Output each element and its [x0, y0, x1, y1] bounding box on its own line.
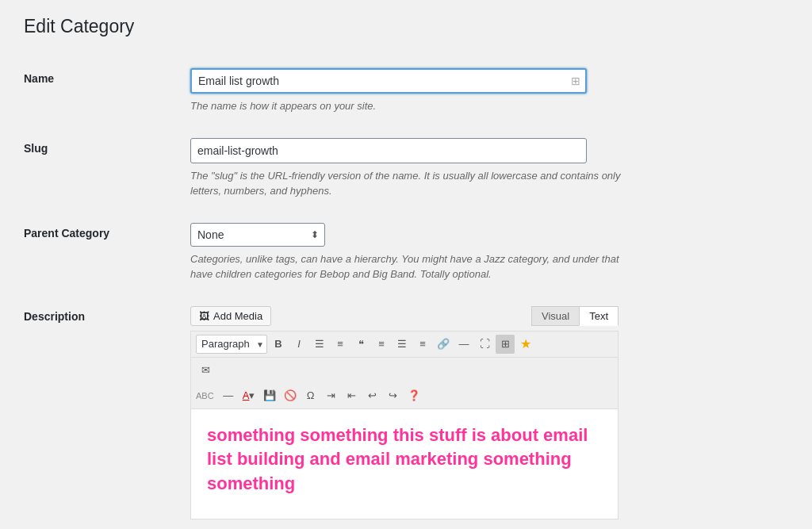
unordered-list-button[interactable]: ☰: [310, 335, 329, 354]
ordered-list-button[interactable]: ≡: [331, 335, 350, 354]
star-button[interactable]: ★: [516, 335, 535, 354]
name-input-wrapper: ⊞: [190, 68, 587, 94]
table-button[interactable]: ⊞: [496, 335, 515, 354]
add-media-icon: 🖼: [199, 310, 209, 322]
slug-cell: The "slug" is the URL-friendly version o…: [182, 126, 788, 211]
tab-visual[interactable]: Visual: [531, 306, 579, 326]
editor-text: something something this stuff is about …: [207, 424, 602, 496]
description-row: Description 🖼 Add Media Visual Text: [24, 294, 788, 530]
redo-button[interactable]: ↪: [384, 386, 403, 405]
align-right-button[interactable]: ≡: [413, 335, 432, 354]
indent-button[interactable]: ⇥: [322, 386, 341, 405]
parent-label: Parent Category: [24, 211, 182, 294]
toolbar-row1: Paragraph ▼ B I ☰ ≡ ❝ ≡ ☰ ≡ 🔗 —: [190, 331, 619, 357]
undo-button[interactable]: ↩: [363, 386, 382, 405]
clear-format-button[interactable]: 🚫: [281, 386, 300, 405]
toolbar-row2: ✉: [190, 357, 619, 383]
name-label: Name: [24, 56, 182, 126]
slug-description: The "slug" is the URL-friendly version o…: [190, 168, 626, 199]
name-description: The name is how it appears on your site.: [190, 98, 626, 114]
outdent-button[interactable]: ⇤: [343, 386, 362, 405]
strikethrough-label: ABC: [196, 391, 214, 401]
slug-row: Slug The "slug" is the URL-friendly vers…: [24, 126, 788, 211]
parent-cell: None ⬍ Categories, unlike tags, can have…: [182, 211, 788, 294]
blockquote-button[interactable]: ❝: [351, 335, 370, 354]
parent-row: Parent Category None ⬍ Categories, unlik…: [24, 211, 788, 294]
tab-text[interactable]: Text: [579, 306, 619, 326]
name-input[interactable]: [190, 68, 587, 94]
strikethrough-button[interactable]: —: [219, 386, 238, 405]
name-field-icon: ⊞: [571, 75, 580, 87]
text-color-button[interactable]: A▾: [239, 386, 259, 405]
parent-select-wrapper: None ⬍: [190, 223, 325, 247]
italic-button[interactable]: I: [289, 335, 308, 354]
parent-select[interactable]: None: [190, 223, 325, 247]
name-row: Name ⊞ The name is how it appears on you…: [24, 56, 788, 126]
page-title: Edit Category: [24, 16, 788, 37]
description-cell: 🖼 Add Media Visual Text Paragraph: [182, 294, 788, 530]
page-wrapper: Edit Category Name ⊞ The name is how it …: [0, 0, 812, 529]
form-table: Name ⊞ The name is how it appears on you…: [24, 56, 788, 529]
hr-button[interactable]: —: [454, 335, 473, 354]
bold-button[interactable]: B: [269, 335, 288, 354]
special-char-button[interactable]: Ω: [301, 386, 320, 405]
slug-label: Slug: [24, 126, 182, 211]
toolbar-row3: ABC — A▾ 💾 🚫 Ω ⇥ ⇤ ↩ ↪ ❓: [190, 383, 619, 408]
name-cell: ⊞ The name is how it appears on your sit…: [182, 56, 788, 126]
parent-description: Categories, unlike tags, can have a hier…: [190, 251, 626, 282]
add-media-button[interactable]: 🖼 Add Media: [190, 306, 271, 326]
slug-input[interactable]: [190, 138, 587, 163]
fullscreen-button[interactable]: ⛶: [475, 335, 494, 354]
editor-wrapper: 🖼 Add Media Visual Text Paragraph: [190, 306, 619, 519]
add-media-label: Add Media: [213, 310, 262, 322]
envelope-button[interactable]: ✉: [196, 361, 215, 380]
help-button[interactable]: ❓: [404, 386, 423, 405]
description-label: Description: [24, 294, 182, 530]
paragraph-select[interactable]: Paragraph: [196, 335, 267, 354]
link-button[interactable]: 🔗: [434, 335, 453, 354]
editor-top-bar: 🖼 Add Media Visual Text: [190, 306, 619, 326]
align-center-button[interactable]: ☰: [393, 335, 412, 354]
editor-tabs: Visual Text: [531, 306, 619, 326]
save-draft-button[interactable]: 💾: [260, 386, 279, 405]
align-left-button[interactable]: ≡: [372, 335, 391, 354]
editor-content[interactable]: something something this stuff is about …: [190, 408, 619, 519]
paragraph-select-wrapper: Paragraph ▼: [196, 335, 267, 354]
